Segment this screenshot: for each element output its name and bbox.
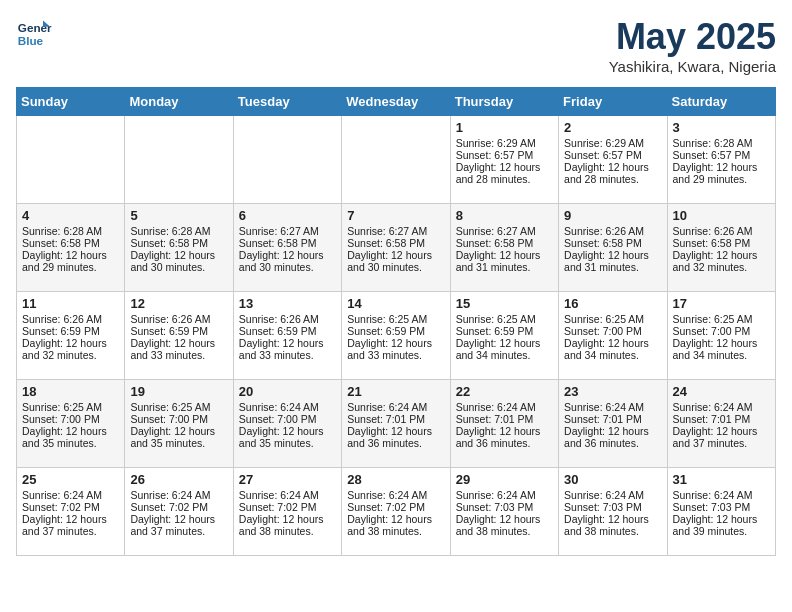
daylight-text: Daylight: 12 hours and 31 minutes.: [564, 249, 661, 273]
calendar-day-cell: 20Sunrise: 6:24 AMSunset: 7:00 PMDayligh…: [233, 380, 341, 468]
calendar-day-cell: 24Sunrise: 6:24 AMSunset: 7:01 PMDayligh…: [667, 380, 775, 468]
calendar-day-cell: 27Sunrise: 6:24 AMSunset: 7:02 PMDayligh…: [233, 468, 341, 556]
day-number: 22: [456, 384, 553, 399]
sunrise-text: Sunrise: 6:29 AM: [456, 137, 553, 149]
calendar-day-cell: 14Sunrise: 6:25 AMSunset: 6:59 PMDayligh…: [342, 292, 450, 380]
weekday-header-cell: Thursday: [450, 88, 558, 116]
weekday-header-cell: Wednesday: [342, 88, 450, 116]
sunrise-text: Sunrise: 6:25 AM: [456, 313, 553, 325]
sunrise-text: Sunrise: 6:26 AM: [130, 313, 227, 325]
sunset-text: Sunset: 6:59 PM: [456, 325, 553, 337]
sunset-text: Sunset: 7:02 PM: [239, 501, 336, 513]
calendar-day-cell: 7Sunrise: 6:27 AMSunset: 6:58 PMDaylight…: [342, 204, 450, 292]
day-number: 5: [130, 208, 227, 223]
weekday-header-cell: Saturday: [667, 88, 775, 116]
logo-icon: General Blue: [16, 16, 52, 52]
calendar-day-cell: 12Sunrise: 6:26 AMSunset: 6:59 PMDayligh…: [125, 292, 233, 380]
calendar-day-cell: 23Sunrise: 6:24 AMSunset: 7:01 PMDayligh…: [559, 380, 667, 468]
calendar-body: 1Sunrise: 6:29 AMSunset: 6:57 PMDaylight…: [17, 116, 776, 556]
daylight-text: Daylight: 12 hours and 38 minutes.: [564, 513, 661, 537]
day-number: 11: [22, 296, 119, 311]
daylight-text: Daylight: 12 hours and 29 minutes.: [673, 161, 770, 185]
calendar-day-cell: 11Sunrise: 6:26 AMSunset: 6:59 PMDayligh…: [17, 292, 125, 380]
sunset-text: Sunset: 7:03 PM: [564, 501, 661, 513]
weekday-header-row: SundayMondayTuesdayWednesdayThursdayFrid…: [17, 88, 776, 116]
daylight-text: Daylight: 12 hours and 37 minutes.: [130, 513, 227, 537]
daylight-text: Daylight: 12 hours and 38 minutes.: [239, 513, 336, 537]
sunset-text: Sunset: 6:58 PM: [456, 237, 553, 249]
sunset-text: Sunset: 7:01 PM: [564, 413, 661, 425]
calendar-table: SundayMondayTuesdayWednesdayThursdayFrid…: [16, 87, 776, 556]
day-number: 30: [564, 472, 661, 487]
sunset-text: Sunset: 6:59 PM: [22, 325, 119, 337]
sunrise-text: Sunrise: 6:24 AM: [673, 401, 770, 413]
day-number: 3: [673, 120, 770, 135]
calendar-day-cell: 1Sunrise: 6:29 AMSunset: 6:57 PMDaylight…: [450, 116, 558, 204]
sunset-text: Sunset: 7:00 PM: [564, 325, 661, 337]
calendar-day-cell: 17Sunrise: 6:25 AMSunset: 7:00 PMDayligh…: [667, 292, 775, 380]
calendar-day-cell: 26Sunrise: 6:24 AMSunset: 7:02 PMDayligh…: [125, 468, 233, 556]
calendar-day-cell: 4Sunrise: 6:28 AMSunset: 6:58 PMDaylight…: [17, 204, 125, 292]
day-number: 19: [130, 384, 227, 399]
day-number: 23: [564, 384, 661, 399]
sunrise-text: Sunrise: 6:28 AM: [22, 225, 119, 237]
weekday-header-cell: Tuesday: [233, 88, 341, 116]
calendar-day-cell: 28Sunrise: 6:24 AMSunset: 7:02 PMDayligh…: [342, 468, 450, 556]
calendar-day-cell: 15Sunrise: 6:25 AMSunset: 6:59 PMDayligh…: [450, 292, 558, 380]
sunset-text: Sunset: 7:02 PM: [130, 501, 227, 513]
weekday-header-cell: Sunday: [17, 88, 125, 116]
sunset-text: Sunset: 6:57 PM: [673, 149, 770, 161]
calendar-week-row: 4Sunrise: 6:28 AMSunset: 6:58 PMDaylight…: [17, 204, 776, 292]
daylight-text: Daylight: 12 hours and 34 minutes.: [564, 337, 661, 361]
logo: General Blue: [16, 16, 52, 52]
sunrise-text: Sunrise: 6:26 AM: [239, 313, 336, 325]
day-number: 15: [456, 296, 553, 311]
sunrise-text: Sunrise: 6:24 AM: [456, 401, 553, 413]
weekday-header-cell: Friday: [559, 88, 667, 116]
day-number: 8: [456, 208, 553, 223]
sunrise-text: Sunrise: 6:24 AM: [239, 489, 336, 501]
day-number: 13: [239, 296, 336, 311]
calendar-day-cell: 13Sunrise: 6:26 AMSunset: 6:59 PMDayligh…: [233, 292, 341, 380]
calendar-week-row: 11Sunrise: 6:26 AMSunset: 6:59 PMDayligh…: [17, 292, 776, 380]
calendar-day-cell: 3Sunrise: 6:28 AMSunset: 6:57 PMDaylight…: [667, 116, 775, 204]
sunset-text: Sunset: 7:01 PM: [456, 413, 553, 425]
sunrise-text: Sunrise: 6:25 AM: [347, 313, 444, 325]
day-number: 6: [239, 208, 336, 223]
sunset-text: Sunset: 7:00 PM: [130, 413, 227, 425]
sunset-text: Sunset: 6:58 PM: [22, 237, 119, 249]
day-number: 7: [347, 208, 444, 223]
daylight-text: Daylight: 12 hours and 30 minutes.: [239, 249, 336, 273]
daylight-text: Daylight: 12 hours and 36 minutes.: [347, 425, 444, 449]
calendar-day-cell: 18Sunrise: 6:25 AMSunset: 7:00 PMDayligh…: [17, 380, 125, 468]
daylight-text: Daylight: 12 hours and 30 minutes.: [347, 249, 444, 273]
sunrise-text: Sunrise: 6:28 AM: [130, 225, 227, 237]
sunset-text: Sunset: 6:59 PM: [130, 325, 227, 337]
calendar-day-cell: 9Sunrise: 6:26 AMSunset: 6:58 PMDaylight…: [559, 204, 667, 292]
day-number: 17: [673, 296, 770, 311]
calendar-day-cell: [342, 116, 450, 204]
sunset-text: Sunset: 7:03 PM: [673, 501, 770, 513]
day-number: 4: [22, 208, 119, 223]
day-number: 10: [673, 208, 770, 223]
sunrise-text: Sunrise: 6:25 AM: [564, 313, 661, 325]
sunrise-text: Sunrise: 6:24 AM: [564, 489, 661, 501]
sunrise-text: Sunrise: 6:26 AM: [22, 313, 119, 325]
sunset-text: Sunset: 6:59 PM: [239, 325, 336, 337]
daylight-text: Daylight: 12 hours and 32 minutes.: [22, 337, 119, 361]
sunset-text: Sunset: 7:00 PM: [22, 413, 119, 425]
sunset-text: Sunset: 6:58 PM: [564, 237, 661, 249]
daylight-text: Daylight: 12 hours and 28 minutes.: [456, 161, 553, 185]
sunrise-text: Sunrise: 6:24 AM: [22, 489, 119, 501]
sunrise-text: Sunrise: 6:24 AM: [564, 401, 661, 413]
day-number: 2: [564, 120, 661, 135]
location-subtitle: Yashikira, Kwara, Nigeria: [609, 58, 776, 75]
daylight-text: Daylight: 12 hours and 33 minutes.: [130, 337, 227, 361]
daylight-text: Daylight: 12 hours and 34 minutes.: [456, 337, 553, 361]
sunrise-text: Sunrise: 6:27 AM: [347, 225, 444, 237]
day-number: 24: [673, 384, 770, 399]
day-number: 28: [347, 472, 444, 487]
sunset-text: Sunset: 6:58 PM: [130, 237, 227, 249]
calendar-day-cell: [233, 116, 341, 204]
daylight-text: Daylight: 12 hours and 31 minutes.: [456, 249, 553, 273]
